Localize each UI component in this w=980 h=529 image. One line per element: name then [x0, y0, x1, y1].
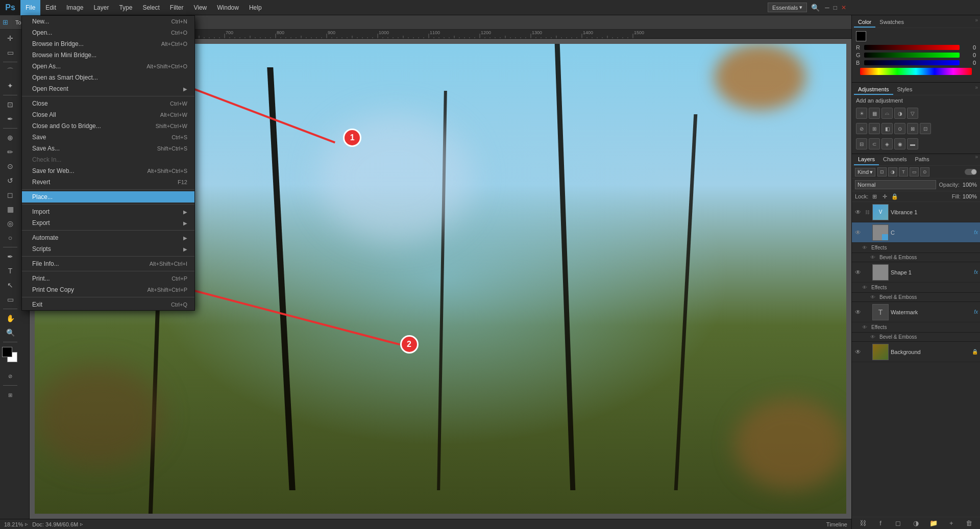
minimize-button[interactable]: ─	[824, 4, 830, 11]
menu-close-go-bridge[interactable]: Close and Go to Bridge... Shift+Ctrl+W	[22, 120, 194, 132]
menu-save[interactable]: Save Ctrl+S	[22, 132, 194, 143]
eyedropper-tool[interactable]: ✒	[3, 112, 18, 125]
menu-file-info[interactable]: File Info... Alt+Shift+Ctrl+I	[22, 258, 194, 269]
tab-swatches[interactable]: Swatches	[875, 17, 908, 28]
filter-adjustment-icon[interactable]: ◑	[888, 167, 897, 177]
menu-window[interactable]: Window	[212, 0, 244, 15]
crop-tool[interactable]: ⊡	[3, 98, 18, 111]
menu-exit[interactable]: Exit Ctrl+Q	[22, 299, 194, 310]
color-spectrum[interactable]	[860, 68, 972, 75]
tab-color[interactable]: Color	[854, 17, 875, 28]
filter-pixel-icon[interactable]: ⊡	[877, 167, 887, 177]
menu-save-for-web[interactable]: Save for Web... Alt+Shift+Ctrl+S	[22, 165, 194, 177]
menu-browse-bridge[interactable]: Browse in Bridge... Alt+Ctrl+O	[22, 38, 194, 49]
quick-mask-mode[interactable]: ⊘	[3, 369, 18, 383]
eraser-tool[interactable]: ◻	[3, 188, 18, 201]
adj-selectivecolor-icon[interactable]: ◉	[894, 138, 905, 149]
marquee-tool[interactable]: ▭	[3, 46, 18, 59]
menu-select[interactable]: Select	[137, 0, 164, 15]
menu-automate[interactable]: Automate ▶	[22, 232, 194, 243]
layer-c[interactable]: 👁 C fx	[852, 222, 980, 243]
adj-hsl-icon[interactable]: ⊘	[856, 123, 867, 134]
delete-layer-button[interactable]: 🗑	[964, 518, 974, 528]
color-panel-collapse[interactable]: »	[975, 17, 978, 28]
adj-exposure-icon[interactable]: ◑	[894, 108, 905, 119]
adj-curves-icon[interactable]: ⌓	[881, 108, 893, 119]
tab-paths[interactable]: Paths	[911, 154, 934, 165]
gradient-tool[interactable]: ▦	[3, 203, 18, 216]
menu-close[interactable]: Close Ctrl+W	[22, 98, 194, 109]
adj-brightness-icon[interactable]: ☀	[856, 108, 867, 119]
layer-vis-c[interactable]: 👁	[854, 229, 862, 237]
menu-help[interactable]: Help	[244, 0, 267, 15]
adj-photofilter-icon[interactable]: ⊙	[894, 123, 905, 134]
move-tool[interactable]: ✛	[3, 32, 18, 45]
menu-layer[interactable]: Layer	[88, 0, 114, 15]
menu-browse-mini-bridge[interactable]: Browse in Mini Bridge...	[22, 49, 194, 61]
layer-style-button[interactable]: f	[875, 518, 886, 528]
tab-channels[interactable]: Channels	[879, 154, 911, 165]
adj-channelmixer-icon[interactable]: ⊠	[907, 123, 918, 134]
menu-new[interactable]: New... Ctrl+N	[22, 16, 194, 27]
adj-vibrance-icon[interactable]: ▽	[907, 108, 918, 119]
blend-mode-dropdown[interactable]: Normal	[855, 180, 936, 189]
sublayer-bevel-shape1-vis[interactable]: 👁	[870, 294, 877, 300]
menu-revert[interactable]: Revert F12	[22, 177, 194, 188]
layer-vis-watermark[interactable]: 👁	[854, 308, 862, 316]
layer-mask-button[interactable]: ◻	[893, 518, 903, 528]
lock-position-icon[interactable]: ✛	[880, 192, 889, 200]
menu-type[interactable]: Type	[114, 0, 137, 15]
maximize-button[interactable]: □	[832, 4, 838, 11]
sublayer-effects-shape1-vis[interactable]: 👁	[862, 285, 869, 290]
search-icon[interactable]: 🔍	[809, 4, 822, 12]
layer-background[interactable]: 👁 Background 🔒	[852, 342, 980, 362]
dodge-tool[interactable]: ○	[3, 231, 18, 244]
menu-file[interactable]: File	[20, 0, 40, 15]
adj-bw-icon[interactable]: ◧	[881, 123, 893, 134]
blur-tool[interactable]: ◎	[3, 217, 18, 230]
pen-tool[interactable]: ✒	[3, 250, 18, 263]
adj-invert-icon[interactable]: ⊟	[856, 138, 867, 149]
hand-tool[interactable]: ✋	[3, 312, 18, 325]
layer-vibrance-1[interactable]: 👁 ⛓ V Vibrance 1	[852, 202, 980, 222]
menu-scripts[interactable]: Scripts ▶	[22, 243, 194, 255]
filter-shape-icon[interactable]: ▭	[910, 167, 919, 177]
layer-shape1[interactable]: 👁 Shape 1 fx	[852, 262, 980, 283]
layer-watermark[interactable]: 👁 T Watermark fx	[852, 302, 980, 322]
sublayer-effects-watermark-vis[interactable]: 👁	[862, 324, 869, 330]
lasso-tool[interactable]: ⌒	[3, 65, 18, 78]
menu-print[interactable]: Print... Ctrl+P	[22, 273, 194, 284]
menu-export[interactable]: Export ▶	[22, 217, 194, 229]
fill-value[interactable]: 100%	[963, 193, 977, 199]
brush-tool[interactable]: ✏	[3, 145, 18, 159]
lock-all-icon[interactable]: 🔒	[891, 192, 899, 200]
shape-tool[interactable]: ▭	[3, 293, 18, 306]
layer-vis-background[interactable]: 👁	[854, 348, 862, 356]
adj-levels-icon[interactable]: ▦	[869, 108, 880, 119]
filter-toggle-switch[interactable]	[965, 169, 977, 175]
new-group-button[interactable]: 📁	[928, 518, 939, 528]
sublayer-bevel-c-vis[interactable]: 👁	[870, 255, 877, 260]
zoom-tool[interactable]: 🔍	[3, 326, 18, 339]
new-adjustment-button[interactable]: ◑	[911, 518, 921, 528]
menu-close-all[interactable]: Close All Alt+Ctrl+W	[22, 109, 194, 120]
menu-save-as[interactable]: Save As... Shift+Ctrl+S	[22, 143, 194, 154]
fg-color-display[interactable]	[856, 31, 866, 41]
layer-vis-vibrance[interactable]: 👁	[854, 208, 862, 216]
tab-styles[interactable]: Styles	[893, 85, 917, 95]
healing-tool[interactable]: ⊕	[3, 131, 18, 144]
lock-pixel-icon[interactable]: ⊞	[870, 192, 878, 200]
adjustments-panel-collapse[interactable]: »	[975, 85, 978, 95]
adj-posterize-icon[interactable]: ⊂	[869, 138, 880, 149]
kind-dropdown[interactable]: Kind ▾	[855, 168, 875, 177]
text-tool[interactable]: T	[3, 264, 18, 278]
menu-view[interactable]: View	[188, 0, 212, 15]
menu-open-recent[interactable]: Open Recent ▶	[22, 83, 194, 94]
menu-place[interactable]: Place...	[22, 191, 194, 203]
menu-import[interactable]: Import ▶	[22, 206, 194, 217]
layers-panel-collapse[interactable]: »	[975, 154, 978, 165]
layer-vis-shape1[interactable]: 👁	[854, 268, 862, 276]
adj-gradientmap-icon[interactable]: ▬	[907, 138, 918, 149]
clone-tool[interactable]: ⊙	[3, 160, 18, 173]
tab-layers[interactable]: Layers	[854, 154, 879, 165]
